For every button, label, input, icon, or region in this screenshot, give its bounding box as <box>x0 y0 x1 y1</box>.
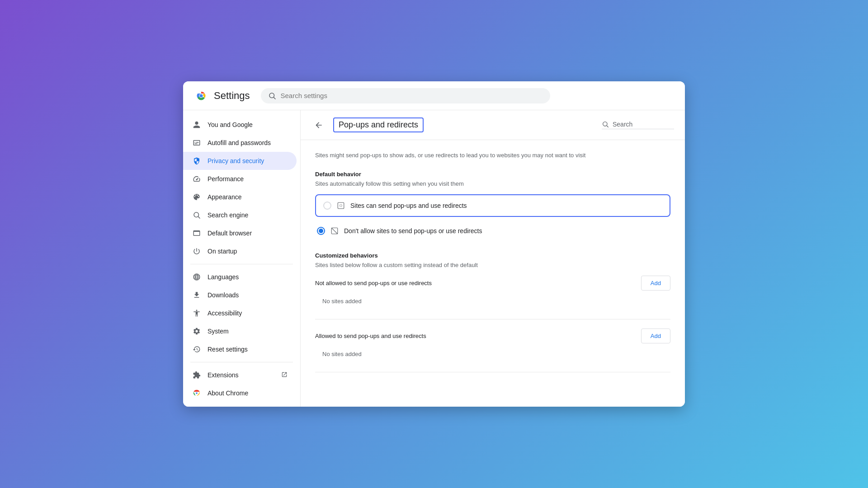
sidebar-label-autofill: Autofill and passwords <box>208 139 271 146</box>
customized-behaviors-section: Customized behaviors Sites listed below … <box>315 252 670 372</box>
chrome-logo-icon <box>194 89 208 103</box>
radio-block[interactable] <box>317 227 325 235</box>
sidebar-label-appearance: Appearance <box>208 193 242 201</box>
history-icon <box>192 345 201 354</box>
sidebar-label-search-engine: Search engine <box>208 211 248 219</box>
sidebar-label-languages: Languages <box>208 273 239 281</box>
sidebar-label-extensions: Extensions <box>208 371 238 379</box>
header-search-icon <box>602 121 609 128</box>
sidebar-item-performance[interactable]: Performance <box>183 170 297 188</box>
main-content: You and Google Autofill and passwords Pr… <box>183 110 685 407</box>
sidebar-item-accessibility[interactable]: Accessibility <box>183 304 297 322</box>
popups-allow-icon <box>337 202 345 210</box>
external-link-icon <box>281 371 288 379</box>
sidebar-item-autofill[interactable]: Autofill and passwords <box>183 134 297 152</box>
option2-label: Don't allow sites to send pop-ups or use… <box>344 227 482 235</box>
sidebar-divider-1 <box>190 264 293 264</box>
settings-window: Settings You and Google Autof <box>183 81 685 407</box>
global-search-bar[interactable] <box>261 88 550 103</box>
svg-point-7 <box>196 392 198 394</box>
popups-block-icon <box>330 227 339 235</box>
sidebar-label-about-chrome: About Chrome <box>208 389 248 397</box>
accessibility-icon <box>192 309 201 318</box>
sidebar-label-system: System <box>208 328 229 335</box>
header-search-label: Search <box>613 121 632 128</box>
radio-allow[interactable] <box>323 202 331 210</box>
sidebar-item-appearance[interactable]: Appearance <box>183 188 297 206</box>
svg-point-2 <box>200 94 203 97</box>
page-title-box: Pop-ups and redirects <box>333 117 424 132</box>
sidebar-label-downloads: Downloads <box>208 291 239 299</box>
option-allow-popups[interactable]: Sites can send pop-ups and use redirects <box>315 194 670 217</box>
not-allowed-header: Not allowed to send pop-ups or use redir… <box>315 276 670 291</box>
svg-point-5 <box>194 212 199 217</box>
sidebar-item-about-chrome[interactable]: About Chrome <box>183 384 297 402</box>
svg-line-6 <box>198 216 200 218</box>
header-search[interactable]: Search <box>602 121 674 129</box>
allowed-header: Allowed to send pop-ups and use redirect… <box>315 328 670 343</box>
extension-icon <box>192 371 201 380</box>
badge-icon <box>192 138 201 147</box>
customized-subtitle: Sites listed below follow a custom setti… <box>315 262 670 268</box>
content-area: Pop-ups and redirects Search Sites might… <box>301 110 685 407</box>
sidebar-item-search-engine[interactable]: Search engine <box>183 206 297 224</box>
sidebar-label-reset-settings: Reset settings <box>208 346 248 353</box>
option-block-popups[interactable]: Don't allow sites to send pop-ups or use… <box>315 222 670 239</box>
add-allowed-button[interactable]: Add <box>641 328 670 343</box>
sidebar-label-accessibility: Accessibility <box>208 310 242 317</box>
global-search-input[interactable] <box>281 92 543 99</box>
sidebar-item-default-browser[interactable]: Default browser <box>183 224 297 242</box>
sidebar-item-you-and-google[interactable]: You and Google <box>183 116 297 134</box>
page-title: Settings <box>214 90 250 102</box>
sidebar-item-privacy[interactable]: Privacy and security <box>183 152 297 170</box>
no-sites-not-allowed: No sites added <box>315 292 670 310</box>
svg-line-12 <box>331 228 338 234</box>
content-header: Pop-ups and redirects Search <box>301 110 685 140</box>
globe-icon <box>192 272 201 282</box>
titlebar: Settings <box>183 81 685 110</box>
svg-rect-10 <box>338 202 344 209</box>
browser-icon <box>192 229 201 238</box>
chrome-nav-icon <box>192 389 201 398</box>
sidebar: You and Google Autofill and passwords Pr… <box>183 110 301 407</box>
sidebar-label-default-browser: Default browser <box>208 230 252 237</box>
default-behavior-section: Default behavior Sites automatically fol… <box>315 171 670 239</box>
sidebar-label-on-startup: On startup <box>208 248 237 255</box>
no-sites-allowed: No sites added <box>315 345 670 363</box>
search-nav-icon <box>192 211 201 220</box>
content-body: Sites might send pop-ups to show ads, or… <box>301 140 685 396</box>
customized-title: Customized behaviors <box>315 252 670 259</box>
not-allowed-section: Not allowed to send pop-ups or use redir… <box>315 276 670 319</box>
svg-point-8 <box>603 122 607 126</box>
search-icon <box>268 92 276 100</box>
allowed-label: Allowed to send pop-ups and use redirect… <box>315 333 426 339</box>
settings-icon <box>192 327 201 336</box>
sidebar-item-downloads[interactable]: Downloads <box>183 286 297 304</box>
svg-line-9 <box>607 126 609 127</box>
not-allowed-label: Not allowed to send pop-ups or use redir… <box>315 280 432 286</box>
sidebar-item-extensions[interactable]: Extensions <box>183 366 297 384</box>
sidebar-label-privacy: Privacy and security <box>208 157 264 164</box>
sidebar-item-reset-settings[interactable]: Reset settings <box>183 340 297 358</box>
back-button[interactable] <box>311 118 326 132</box>
sidebar-item-on-startup[interactable]: On startup <box>183 242 297 260</box>
sidebar-label-performance: Performance <box>208 175 244 183</box>
speed-icon <box>192 174 201 183</box>
sidebar-item-system[interactable]: System <box>183 322 297 340</box>
sidebar-item-languages[interactable]: Languages <box>183 268 297 286</box>
sidebar-divider-2 <box>190 362 293 362</box>
person-icon <box>192 120 201 129</box>
sidebar-label-you-and-google: You and Google <box>208 121 253 128</box>
page-description: Sites might send pop-ups to show ads, or… <box>315 151 670 160</box>
default-behavior-title: Default behavior <box>315 171 670 178</box>
svg-line-4 <box>274 97 275 99</box>
download-icon <box>192 291 201 300</box>
shield-icon <box>192 156 201 165</box>
svg-point-3 <box>269 93 274 98</box>
option1-label: Sites can send pop-ups and use redirects <box>350 202 467 209</box>
default-behavior-subtitle: Sites automatically follow this setting … <box>315 180 670 187</box>
add-not-allowed-button[interactable]: Add <box>641 276 670 291</box>
palette-icon <box>192 192 201 202</box>
allowed-section: Allowed to send pop-ups and use redirect… <box>315 328 670 372</box>
power-icon <box>192 247 201 256</box>
